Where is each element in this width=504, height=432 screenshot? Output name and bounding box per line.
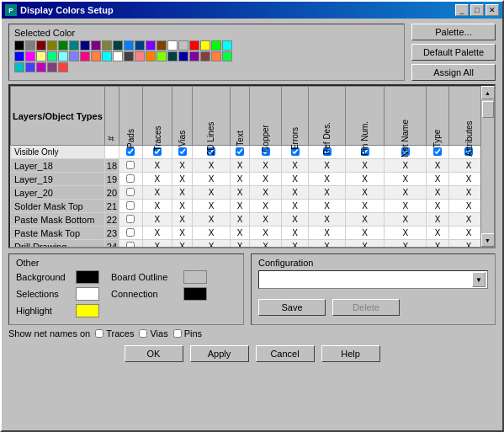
cell-4-1[interactable]: X bbox=[172, 213, 193, 227]
cell-6-9[interactable]: X bbox=[427, 240, 449, 248]
color-swatch-29[interactable] bbox=[113, 51, 123, 61]
scroll-up-arrow[interactable]: ▲ bbox=[481, 86, 495, 99]
minimize-button[interactable]: _ bbox=[455, 4, 469, 16]
visible-vias[interactable] bbox=[172, 146, 193, 159]
background-color-box[interactable] bbox=[76, 270, 99, 284]
row-checkbox-2[interactable] bbox=[119, 186, 143, 200]
cell-5-1[interactable]: X bbox=[172, 227, 193, 240]
cell-0-3[interactable]: X bbox=[230, 159, 249, 173]
cell-4-5[interactable]: X bbox=[281, 213, 308, 227]
cell-6-8[interactable]: X bbox=[385, 240, 427, 248]
color-swatch-21[interactable] bbox=[25, 51, 35, 61]
cell-6-3[interactable]: X bbox=[230, 240, 249, 248]
color-swatch-31[interactable] bbox=[135, 51, 145, 61]
cell-6-0[interactable]: X bbox=[142, 240, 172, 248]
cell-3-7[interactable]: X bbox=[346, 200, 385, 213]
visible-text[interactable] bbox=[230, 146, 249, 159]
apply-button[interactable]: Apply bbox=[190, 345, 249, 362]
pins-checkbox-label[interactable]: Pins bbox=[173, 328, 202, 339]
cell-5-4[interactable]: X bbox=[250, 227, 282, 240]
cell-2-10[interactable]: X bbox=[448, 186, 480, 200]
row-checkbox-0[interactable] bbox=[119, 159, 143, 173]
cell-3-9[interactable]: X bbox=[427, 200, 449, 213]
scroll-down-arrow[interactable]: ▼ bbox=[481, 233, 495, 247]
color-swatch-18[interactable] bbox=[211, 40, 221, 51]
cell-2-5[interactable]: X bbox=[281, 186, 308, 200]
color-swatch-30[interactable] bbox=[124, 51, 134, 61]
cell-4-3[interactable]: X bbox=[230, 213, 249, 227]
cell-5-3[interactable]: X bbox=[230, 227, 249, 240]
cell-4-4[interactable]: X bbox=[250, 213, 282, 227]
vias-checkbox-label[interactable]: Vias bbox=[139, 328, 167, 339]
color-swatch-5[interactable] bbox=[69, 40, 79, 51]
cell-5-8[interactable]: X bbox=[385, 227, 427, 240]
color-swatch-32[interactable] bbox=[146, 51, 156, 61]
cell-0-8[interactable]: X bbox=[385, 159, 427, 173]
cell-0-6[interactable]: X bbox=[309, 159, 346, 173]
cell-0-1[interactable]: X bbox=[172, 159, 193, 173]
color-swatch-36[interactable] bbox=[189, 51, 199, 61]
cell-0-10[interactable]: X bbox=[448, 159, 480, 173]
color-swatch-15[interactable] bbox=[178, 40, 188, 51]
color-swatch-8[interactable] bbox=[102, 40, 112, 51]
row-checkbox-5[interactable] bbox=[119, 227, 143, 240]
row-checkbox-1[interactable] bbox=[119, 173, 143, 186]
color-swatch-13[interactable] bbox=[157, 40, 167, 51]
help-button[interactable]: Help bbox=[321, 345, 380, 362]
pins-checkbox[interactable] bbox=[173, 329, 182, 338]
color-swatch-17[interactable] bbox=[200, 40, 210, 51]
color-swatch-42[interactable] bbox=[36, 62, 46, 72]
vertical-scrollbar[interactable]: ▲ ▼ bbox=[480, 86, 494, 247]
cell-3-2[interactable]: X bbox=[193, 200, 230, 213]
color-swatch-28[interactable] bbox=[102, 51, 112, 61]
row-checkbox-3[interactable] bbox=[119, 200, 143, 213]
cell-5-0[interactable]: X bbox=[142, 227, 172, 240]
color-swatch-34[interactable] bbox=[167, 51, 178, 61]
cell-5-6[interactable]: X bbox=[309, 227, 346, 240]
cell-1-5[interactable]: X bbox=[281, 173, 308, 186]
row-checkbox-6[interactable] bbox=[119, 240, 143, 248]
cell-1-6[interactable]: X bbox=[309, 173, 346, 186]
cell-4-0[interactable]: X bbox=[142, 213, 172, 227]
color-swatch-26[interactable] bbox=[80, 51, 90, 61]
cell-6-10[interactable]: X bbox=[448, 240, 480, 248]
close-button[interactable]: ✕ bbox=[485, 4, 499, 16]
cell-2-2[interactable]: X bbox=[193, 186, 230, 200]
cell-3-4[interactable]: X bbox=[250, 200, 282, 213]
color-swatch-2[interactable] bbox=[36, 40, 46, 51]
color-swatch-27[interactable] bbox=[91, 51, 101, 61]
cell-3-5[interactable]: X bbox=[281, 200, 308, 213]
connection-color-box[interactable] bbox=[183, 287, 207, 301]
color-swatch-39[interactable] bbox=[222, 51, 232, 61]
cell-3-0[interactable]: X bbox=[142, 200, 172, 213]
color-swatch-4[interactable] bbox=[58, 40, 68, 51]
board-outline-color-box[interactable] bbox=[183, 270, 207, 284]
cell-3-6[interactable]: X bbox=[309, 200, 346, 213]
color-swatch-37[interactable] bbox=[200, 51, 210, 61]
assign-all-button[interactable]: Assign All bbox=[411, 64, 496, 81]
highlight-color-box[interactable] bbox=[76, 304, 99, 317]
color-swatch-7[interactable] bbox=[91, 40, 101, 51]
color-swatch-35[interactable] bbox=[178, 51, 188, 61]
palette-button[interactable]: Palette... bbox=[411, 24, 496, 40]
traces-checkbox[interactable] bbox=[95, 329, 103, 338]
color-swatch-19[interactable] bbox=[222, 40, 232, 51]
ok-button[interactable]: OK bbox=[125, 345, 183, 362]
cell-4-2[interactable]: X bbox=[193, 213, 230, 227]
cell-1-7[interactable]: X bbox=[346, 173, 385, 186]
cell-1-10[interactable]: X bbox=[448, 173, 480, 186]
cell-4-9[interactable]: X bbox=[427, 213, 449, 227]
cell-0-4[interactable]: X bbox=[250, 159, 282, 173]
cell-2-0[interactable]: X bbox=[142, 186, 172, 200]
color-swatch-43[interactable] bbox=[47, 62, 57, 72]
cell-1-4[interactable]: X bbox=[250, 173, 282, 186]
color-swatch-41[interactable] bbox=[25, 62, 35, 72]
color-swatch-14[interactable] bbox=[167, 40, 178, 51]
color-swatch-20[interactable] bbox=[14, 51, 24, 61]
cell-0-9[interactable]: X bbox=[427, 159, 449, 173]
cell-2-6[interactable]: X bbox=[309, 186, 346, 200]
cell-6-1[interactable]: X bbox=[172, 240, 193, 248]
save-button[interactable]: Save bbox=[258, 299, 326, 316]
color-swatch-3[interactable] bbox=[47, 40, 57, 51]
scroll-thumb[interactable] bbox=[482, 101, 494, 118]
